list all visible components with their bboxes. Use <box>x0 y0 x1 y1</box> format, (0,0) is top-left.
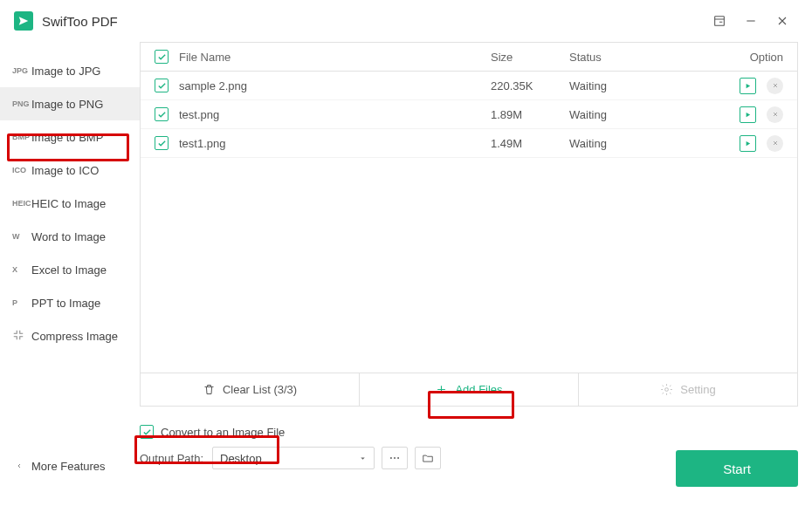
format-tag: JPG <box>12 66 31 75</box>
close-button[interactable] <box>767 5 798 37</box>
file-name: sample 2.png <box>179 79 491 92</box>
svg-point-1 <box>665 388 669 392</box>
window-settings-icon[interactable] <box>704 5 735 37</box>
setting-label: Setting <box>680 383 715 396</box>
output-path-select[interactable]: Desktop <box>212 447 375 469</box>
row-checkbox[interactable] <box>155 79 169 92</box>
remove-icon[interactable] <box>767 78 783 94</box>
file-name: test.png <box>179 108 491 121</box>
sidebar-item-label: Image to BMP <box>31 131 103 144</box>
browse-folder-button[interactable] <box>415 447 441 469</box>
file-toolbar: Clear List (3/3) Add Files Setting <box>141 373 797 406</box>
app-logo <box>14 11 33 31</box>
sidebar-item-label: Compress Image <box>31 330 118 343</box>
file-row: test.png 1.89M Waiting <box>141 100 797 129</box>
start-label: Start <box>723 462 751 476</box>
add-files-label: Add Files <box>455 383 502 396</box>
sidebar-item-label: Excel to Image <box>31 263 107 277</box>
format-tag: ICO <box>12 166 31 174</box>
play-icon[interactable] <box>740 78 756 94</box>
sidebar-item-label: Image to JPG <box>31 65 100 78</box>
sidebar-item-label: PPT to Image <box>31 297 100 310</box>
svg-point-4 <box>397 457 399 459</box>
output-path-label: Output Path: <box>140 452 203 465</box>
file-list-header: File Name Size Status Option <box>141 43 797 72</box>
file-row: test1.png 1.49M Waiting <box>141 129 797 158</box>
header-status: Status <box>569 51 722 64</box>
more-options-button[interactable] <box>382 447 408 469</box>
svg-point-2 <box>390 457 392 459</box>
header-name: File Name <box>179 51 491 64</box>
setting-button[interactable]: Setting <box>578 373 797 406</box>
file-status: Waiting <box>569 79 722 92</box>
sidebar-item-heic-to-image[interactable]: HEIC HEIC to Image <box>0 187 140 220</box>
plus-icon <box>435 383 448 396</box>
sidebar-item-label: HEIC to Image <box>31 197 106 210</box>
sidebar-item-image-to-bmp[interactable]: BMP Image to BMP <box>0 120 140 154</box>
header-size: Size <box>491 51 569 64</box>
svg-rect-0 <box>715 17 725 26</box>
file-status: Waiting <box>569 137 722 150</box>
sidebar-item-image-to-png[interactable]: PNG Image to PNG <box>0 87 140 120</box>
app-title: SwifToo PDF <box>42 14 118 29</box>
row-checkbox[interactable] <box>155 107 169 121</box>
convert-checkbox[interactable] <box>140 425 154 439</box>
play-icon[interactable] <box>740 106 756 123</box>
ellipsis-icon <box>389 452 401 464</box>
format-tag: PNG <box>12 99 31 108</box>
sidebar-item-compress-image[interactable]: Compress Image <box>0 319 140 352</box>
svg-point-3 <box>394 457 396 459</box>
row-checkbox[interactable] <box>155 136 169 150</box>
more-features-button[interactable]: More Features <box>0 450 140 482</box>
sidebar: JPG Image to JPG PNG Image to PNG BMP Im… <box>0 42 140 506</box>
play-icon[interactable] <box>740 135 756 152</box>
sidebar-item-excel-to-image[interactable]: X Excel to Image <box>0 253 140 286</box>
add-files-button[interactable]: Add Files <box>359 373 578 406</box>
format-tag: X <box>12 265 31 274</box>
file-size: 1.89M <box>491 108 569 121</box>
sidebar-item-label: Image to PNG <box>31 98 103 111</box>
chevron-down-icon <box>359 455 367 462</box>
remove-icon[interactable] <box>767 135 783 152</box>
sidebar-item-image-to-ico[interactable]: ICO Image to ICO <box>0 154 140 187</box>
file-size: 220.35K <box>491 79 569 92</box>
header-option: Option <box>722 51 783 64</box>
remove-icon[interactable] <box>767 106 783 123</box>
select-all-checkbox[interactable] <box>155 50 169 64</box>
file-name: test1.png <box>179 137 491 150</box>
sidebar-item-label: Word to Image <box>31 230 106 243</box>
clear-list-label: Clear List (3/3) <box>223 383 297 396</box>
compress-icon <box>12 329 31 343</box>
file-list-box: File Name Size Status Option sample 2.pn… <box>140 42 798 407</box>
trash-icon <box>203 383 216 396</box>
output-path-value: Desktop <box>220 452 262 465</box>
format-tag: P <box>12 298 31 307</box>
titlebar: SwifToo PDF <box>0 0 812 42</box>
convert-label: Convert to an Image File <box>161 426 285 439</box>
format-tag: BMP <box>12 133 31 141</box>
gear-icon <box>660 383 673 396</box>
folder-icon <box>422 452 434 464</box>
more-features-label: More Features <box>31 460 106 473</box>
file-status: Waiting <box>569 108 722 121</box>
sidebar-item-ppt-to-image[interactable]: P PPT to Image <box>0 286 140 319</box>
clear-list-button[interactable]: Clear List (3/3) <box>141 373 359 406</box>
file-row: sample 2.png 220.35K Waiting <box>141 72 797 100</box>
main-area: File Name Size Status Option sample 2.pn… <box>140 42 812 506</box>
sidebar-item-label: Image to ICO <box>31 164 99 177</box>
minimize-button[interactable] <box>735 5 767 37</box>
format-tag: W <box>12 232 31 241</box>
sidebar-item-word-to-image[interactable]: W Word to Image <box>0 220 140 253</box>
start-button[interactable]: Start <box>676 450 798 487</box>
format-tag: HEIC <box>12 199 31 208</box>
sidebar-item-image-to-jpg[interactable]: JPG Image to JPG <box>0 54 140 87</box>
file-size: 1.49M <box>491 137 569 150</box>
